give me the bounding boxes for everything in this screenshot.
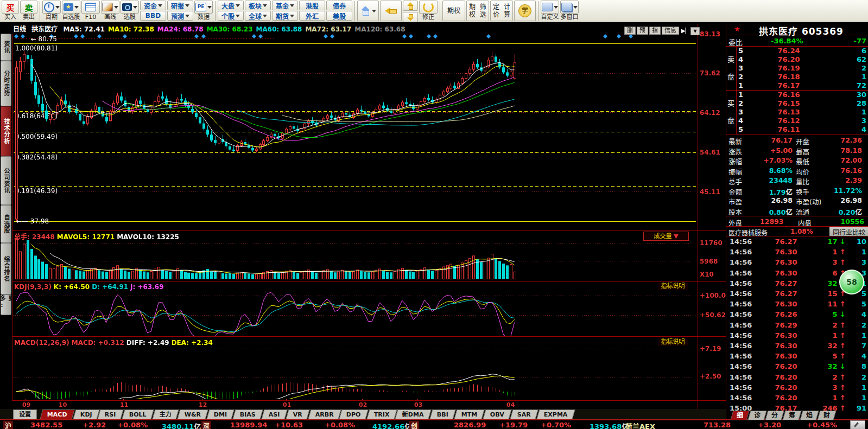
page-down-button[interactable] — [403, 12, 418, 22]
options-filter-button[interactable]: 期权筛选 — [466, 1, 489, 21]
tick-row[interactable]: 14:5676.201 ↑1 — [728, 394, 867, 404]
sidebar-item-3[interactable]: 公司资讯 — [1, 156, 11, 205]
score-bubble[interactable]: 58 — [839, 270, 864, 294]
tab-BBI[interactable]: BBI — [429, 409, 455, 419]
sidebar-item-1[interactable]: 分时走势 — [1, 61, 11, 106]
tab-BOLL[interactable]: BOLL — [122, 409, 154, 419]
tab-BIAS[interactable]: BIAS — [232, 409, 263, 419]
buy-level-row[interactable]: 576.114 — [737, 125, 868, 134]
draw-line-button[interactable] — [101, 1, 119, 14]
sell-button[interactable]: 卖 — [20, 1, 37, 14]
tick-row[interactable]: 14:5676.303 ↑3 — [728, 258, 867, 268]
sell-level-row[interactable]: 176.1772 — [737, 81, 868, 90]
wrench-settings-button[interactable] — [850, 420, 865, 429]
sidebar-item-4[interactable]: 自选股 — [1, 205, 11, 243]
watchlist-button[interactable]: ★ — [62, 1, 80, 14]
tab-SAR[interactable]: SAR — [510, 409, 538, 419]
tab-MACD[interactable]: MACD — [40, 409, 74, 419]
pe-data-button[interactable]: PE — [194, 1, 213, 14]
sell-level-row[interactable]: 576.246 — [737, 47, 868, 55]
tick-row[interactable]: 14:5676.203 ↑1 — [728, 383, 867, 394]
market-index-button[interactable]: 大盘 — [218, 1, 244, 10]
kdj-help-link[interactable]: 指标说明 — [658, 283, 688, 290]
bond-button[interactable]: 债券 — [326, 1, 352, 10]
buy-level-row[interactable]: 476.123 — [737, 117, 868, 125]
tab-主力[interactable]: 主力 — [152, 409, 179, 419]
chart-tool-button-信息[interactable]: 信息 — [662, 27, 679, 35]
global-button[interactable]: 全球 — [245, 11, 271, 21]
tab-TRIX[interactable]: TRIX — [366, 409, 397, 419]
tab-KDJ[interactable]: KDJ — [73, 409, 99, 419]
tab-新DMA[interactable]: 新DMA — [395, 409, 432, 419]
multiwindow-button[interactable] — [560, 1, 579, 14]
tab-OBV[interactable]: OBV — [483, 409, 512, 419]
quote-tab-筹[interactable]: 筹 — [782, 411, 801, 420]
learn-button[interactable]: 学 — [514, 1, 536, 21]
tick-row[interactable]: 14:5676.265 ↓4 — [728, 310, 867, 321]
adjust-button[interactable] — [419, 1, 438, 14]
period-button[interactable] — [42, 1, 61, 14]
tick-row[interactable]: 14:5676.301 ↑1 — [728, 248, 867, 258]
quote-tab-诊[interactable]: 诊 — [747, 411, 766, 420]
home-button[interactable] — [357, 1, 379, 21]
options-button[interactable]: 期权 — [442, 1, 465, 21]
tab-MTM[interactable]: MTM — [454, 409, 485, 419]
volume-indicator-selector[interactable]: 成交量 ▼ — [643, 232, 689, 241]
collapse-panel-icon[interactable]: ▶▏ — [681, 28, 689, 34]
tick-row[interactable]: 14:5676.301 ↑1 — [728, 331, 867, 342]
tab-ASI[interactable]: ASI — [261, 409, 287, 419]
tick-row[interactable]: 14:5676.2032 ↓8 — [728, 362, 867, 373]
tick-row[interactable]: 14:5676.3032 ↑7 — [728, 342, 867, 352]
forex-button[interactable]: 外汇 — [299, 11, 325, 21]
us-stock-button[interactable]: 美股 — [326, 11, 352, 21]
tab-EXPMA[interactable]: EXPMA — [536, 409, 575, 419]
sidebar-item-6[interactable]: 更多: — [1, 294, 11, 315]
industry-compare-button[interactable]: 同行业比较 — [829, 227, 868, 236]
tab-ARBR[interactable]: ARBR — [308, 409, 341, 419]
sidebar-item-2[interactable]: 技术分析 — [1, 106, 11, 156]
bbd-button[interactable]: BBD — [140, 11, 166, 21]
tick-row[interactable]: 14:5676.305 ↑4 — [728, 352, 867, 362]
buy-button[interactable]: 买 — [2, 1, 19, 14]
chart-header-dropdown[interactable]: ▼ — [690, 27, 699, 35]
tab-settings[interactable]: 设置 — [13, 409, 37, 419]
quote-tab-细[interactable]: 细 — [730, 411, 749, 420]
quote-tab-分[interactable]: 分 — [765, 411, 784, 420]
sell-level-row[interactable]: 276.181 — [737, 73, 868, 81]
tick-row[interactable]: 14:5676.2717 ↓10 — [728, 238, 867, 248]
sell-level-row[interactable]: 376.192 — [737, 64, 868, 73]
tab-DPO[interactable]: DPO — [339, 409, 369, 419]
tick-row[interactable]: 14:5676.202 ↑2 — [728, 373, 867, 383]
page-up-button[interactable] — [403, 1, 418, 11]
stock-picker-button[interactable] — [121, 1, 139, 14]
sidebar-item-5[interactable]: 综合排名 — [1, 243, 11, 294]
back-button[interactable] — [380, 1, 402, 21]
chart-tool-button-删[interactable]: 删 — [624, 27, 636, 35]
buy-level-row[interactable]: 176.1630 — [737, 91, 868, 99]
funds-button[interactable]: 资金 — [140, 1, 166, 10]
macd-help-link[interactable]: 指标说明 — [658, 338, 688, 346]
favorite-star-icon[interactable]: ★ — [734, 25, 740, 33]
sector-button[interactable]: 板块 — [245, 1, 271, 10]
futures-button[interactable]: 期货 — [272, 11, 298, 21]
tick-row[interactable]: 14:5676.3011 ↑5 — [728, 300, 867, 310]
sidebar-item-0[interactable]: 资讯 — [1, 34, 11, 61]
buy-level-row[interactable]: 376.131 — [737, 108, 868, 117]
tab-W&R[interactable]: W&R — [177, 409, 208, 419]
sell-level-row[interactable]: 476.2062 — [737, 55, 868, 64]
quote-tab-焰[interactable]: 焰 — [800, 411, 819, 420]
research-button[interactable]: 研报 — [167, 1, 193, 10]
quote-tab-财[interactable]: 财 — [817, 411, 836, 420]
pricing-calc-button[interactable]: 定价计算 — [490, 1, 513, 21]
tab-VR[interactable]: VR — [286, 409, 309, 419]
tab-DMI[interactable]: DMI — [206, 409, 234, 419]
tick-row[interactable]: 14:5676.292 ↑2 — [728, 321, 867, 331]
tab-RSI[interactable]: RSI — [98, 409, 124, 419]
customize-button[interactable] — [541, 1, 559, 14]
chart-tool-button-指[interactable]: 指 — [649, 27, 661, 35]
forecast-button[interactable]: 预测 — [167, 11, 193, 21]
hk-stock-button[interactable]: 港股 — [299, 1, 325, 10]
f10-button[interactable] — [81, 1, 100, 14]
buy-level-row[interactable]: 276.1528 — [737, 99, 868, 108]
single-stock-button[interactable]: 个股 — [218, 11, 244, 21]
